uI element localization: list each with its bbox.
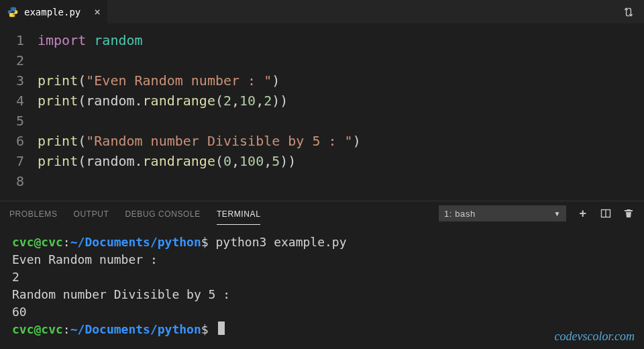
- terminal-select[interactable]: 1: bash ▼: [439, 205, 566, 221]
- editor-line: 2: [0, 50, 644, 70]
- terminal-path: ~/Documents/python: [70, 235, 201, 249]
- line-number: 5: [0, 111, 38, 131]
- terminal-line: cvc@cvc:~/Documents/python$ python3 exam…: [12, 234, 632, 251]
- line-number: 4: [0, 91, 38, 111]
- panel-tab-output[interactable]: OUTPUT: [74, 203, 109, 224]
- watermark: codevscolor.com: [555, 328, 635, 345]
- chevron-down-icon: ▼: [554, 210, 561, 217]
- editor-line: 4print(random.randrange(2,10,2)): [0, 91, 644, 111]
- editor-actions: [623, 0, 644, 23]
- python-file-icon: [7, 6, 19, 18]
- terminal-select-label: 1: bash: [444, 209, 476, 219]
- new-terminal-button[interactable]: +: [577, 207, 589, 219]
- line-number: 6: [0, 131, 38, 151]
- terminal-line: cvc@cvc:~/Documents/python$: [12, 321, 632, 338]
- editor-line: 6print("Random number Divisible by 5 : "…: [0, 131, 644, 151]
- code-content: print(random.randrange(2,10,2)): [38, 91, 288, 111]
- file-tab[interactable]: example.py ×: [0, 0, 107, 23]
- code-content: print(random.randrange(0,100,5)): [38, 151, 296, 171]
- bottom-panel: PROBLEMS OUTPUT DEBUG CONSOLE TERMINAL 1…: [0, 201, 644, 349]
- terminal[interactable]: cvc@cvc:~/Documents/python$ python3 exam…: [0, 226, 644, 349]
- panel-tab-bar: PROBLEMS OUTPUT DEBUG CONSOLE TERMINAL 1…: [0, 201, 644, 226]
- tab-bar: example.py ×: [0, 0, 644, 23]
- code-content: print("Random number Divisible by 5 : "): [38, 131, 361, 151]
- editor-line: 1import random: [0, 30, 644, 50]
- compare-icon[interactable]: [623, 6, 635, 18]
- code-editor[interactable]: 1import random23print("Even Random numbe…: [0, 23, 644, 201]
- panel-tab-debug[interactable]: DEBUG CONSOLE: [125, 203, 201, 224]
- code-content: import random: [38, 30, 143, 50]
- line-number: 1: [0, 30, 38, 50]
- line-number: 8: [0, 171, 38, 191]
- code-content: print("Even Random number : "): [38, 70, 280, 91]
- line-number: 7: [0, 151, 38, 171]
- file-tab-label: example.py: [24, 7, 80, 17]
- trash-icon[interactable]: [623, 207, 635, 219]
- split-terminal-icon[interactable]: [600, 207, 612, 219]
- terminal-user: cvc@cvc: [12, 235, 63, 249]
- line-number: 2: [0, 50, 38, 70]
- line-number: 3: [0, 70, 38, 91]
- terminal-output-line: Even Random number :: [12, 251, 632, 268]
- editor-line: 7print(random.randrange(0,100,5)): [0, 151, 644, 171]
- panel-tab-terminal[interactable]: TERMINAL: [217, 203, 260, 225]
- terminal-cursor: [218, 321, 225, 335]
- editor-line: 3print("Even Random number : "): [0, 70, 644, 91]
- editor-line: 8: [0, 171, 644, 191]
- tab-close-icon[interactable]: ×: [94, 5, 101, 18]
- panel-controls: 1: bash ▼ +: [439, 205, 635, 221]
- panel-tab-problems[interactable]: PROBLEMS: [9, 203, 58, 224]
- terminal-output-line: 2: [12, 268, 632, 286]
- terminal-output-line: Random number Divisible by 5 :: [12, 286, 632, 303]
- terminal-output-line: 60: [12, 303, 632, 321]
- editor-line: 5: [0, 111, 644, 131]
